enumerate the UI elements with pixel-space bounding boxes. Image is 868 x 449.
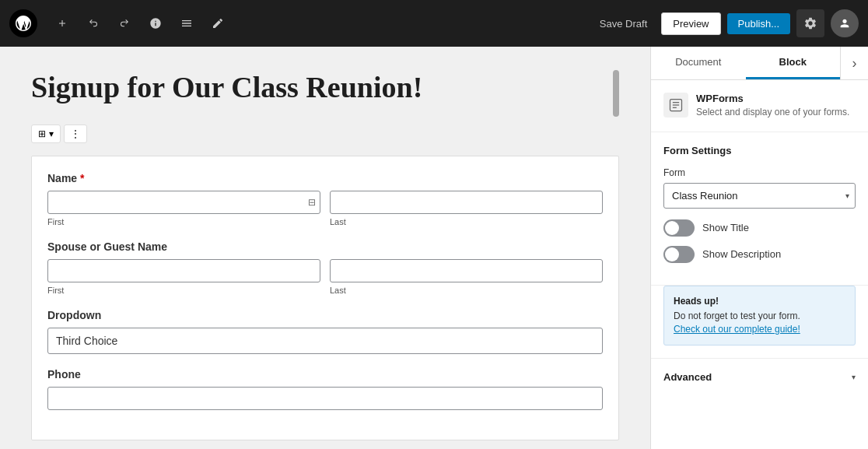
spouse-name-field: Spouse or Guest Name First Last — [47, 240, 603, 295]
page-title: Signup for Our Class Reunion! — [31, 70, 619, 106]
form-select[interactable]: Class Reunion — [663, 183, 856, 209]
required-indicator: * — [80, 172, 84, 184]
settings-button[interactable] — [796, 9, 824, 37]
sidebar-expand-arrow[interactable]: › — [840, 47, 868, 79]
name-field: Name * ⊟ First Last — [47, 172, 603, 226]
block-toolbar: ⊞ ▾ ⋮ — [31, 125, 619, 143]
heads-up-text: Do not forget to test your form. Check o… — [674, 310, 845, 336]
wpforms-block: ⊞ ▾ ⋮ Name * — [31, 125, 619, 440]
wp-logo[interactable] — [9, 9, 37, 37]
show-title-toggle[interactable] — [663, 219, 695, 237]
editor-area: Signup for Our Class Reunion! ⊞ ▾ ⋮ Name… — [0, 47, 650, 449]
last-name-label: Last — [330, 217, 603, 226]
form-settings-section: Form Settings Form Class Reunion ▾ Show … — [651, 132, 868, 286]
add-block-button[interactable] — [50, 11, 75, 36]
block-form-select-button[interactable]: ⊞ ▾ — [31, 125, 61, 143]
first-name-col: ⊟ First — [47, 191, 320, 226]
spouse-last-input[interactable] — [330, 259, 603, 282]
save-draft-button[interactable]: Save Draft — [592, 13, 655, 34]
tab-block[interactable]: Block — [746, 47, 841, 79]
spouse-first-label: First — [47, 286, 320, 295]
spouse-name-row: First Last — [47, 259, 603, 295]
advanced-title: Advanced — [663, 371, 712, 383]
tools-button[interactable] — [205, 11, 230, 36]
main-layout: Signup for Our Class Reunion! ⊞ ▾ ⋮ Name… — [0, 47, 868, 449]
dropdown-input[interactable] — [47, 328, 603, 354]
undo-button[interactable] — [81, 11, 106, 36]
calendar-icon: ⊟ — [308, 197, 316, 208]
spouse-name-label: Spouse or Guest Name — [47, 240, 603, 253]
block-toolbar-dropdown-arrow: ▾ — [49, 128, 54, 139]
advanced-collapse-arrow: ▾ — [852, 373, 856, 381]
dropdown-label: Dropdown — [47, 309, 603, 321]
toggle-knob — [665, 221, 679, 235]
first-name-label: First — [47, 217, 320, 226]
first-name-input-wrapper: ⊟ — [47, 191, 320, 214]
show-description-toggle[interactable] — [663, 246, 695, 263]
preview-button[interactable]: Preview — [661, 12, 720, 35]
spouse-last-label: Last — [330, 286, 603, 295]
show-description-label: Show Description — [702, 248, 781, 260]
sidebar-tabs: Document Block › — [651, 47, 868, 80]
scrollbar-thumb[interactable] — [613, 70, 619, 117]
tab-document[interactable]: Document — [651, 47, 746, 79]
advanced-section: Advanced ▾ — [651, 358, 868, 395]
phone-input[interactable] — [47, 387, 603, 410]
form-settings-title: Form Settings — [663, 145, 856, 156]
heads-up-title: Heads up! — [674, 296, 845, 307]
form-preview: Name * ⊟ First Last — [31, 156, 619, 440]
spouse-first-col: First — [47, 259, 320, 295]
publish-button[interactable]: Publish... — [727, 13, 790, 34]
spouse-first-input[interactable] — [47, 259, 320, 282]
sidebar: Document Block › WPForms Select and disp… — [650, 47, 868, 449]
phone-label: Phone — [47, 368, 603, 381]
block-name: WPForms — [696, 93, 849, 104]
show-title-label: Show Title — [702, 222, 749, 233]
block-more-options-button[interactable]: ⋮ — [64, 125, 87, 143]
info-button[interactable] — [143, 11, 168, 36]
form-field-label: Form — [663, 167, 856, 178]
name-row: ⊟ First Last — [47, 191, 603, 226]
first-name-input[interactable] — [47, 191, 320, 214]
dropdown-field: Dropdown — [47, 309, 603, 354]
heads-up-box: Heads up! Do not forget to test your for… — [663, 286, 856, 346]
toolbar: Save Draft Preview Publish... — [0, 0, 868, 47]
spouse-last-col: Last — [330, 259, 603, 295]
redo-button[interactable] — [112, 11, 137, 36]
phone-field: Phone — [47, 368, 603, 410]
block-info: WPForms Select and display one of your f… — [651, 80, 868, 132]
last-name-col: Last — [330, 191, 603, 226]
form-icon: ⊞ — [38, 128, 46, 139]
heads-up-link[interactable]: Check out our complete guide! — [674, 324, 800, 335]
toggle-knob-desc — [665, 247, 679, 261]
block-description: Select and display one of your forms. — [696, 106, 849, 119]
wpforms-block-icon — [663, 93, 688, 118]
list-view-button[interactable] — [174, 11, 199, 36]
more-options-icon: ⋮ — [71, 128, 80, 139]
show-description-toggle-row: Show Description — [663, 246, 856, 263]
advanced-header[interactable]: Advanced ▾ — [663, 371, 856, 383]
user-avatar[interactable] — [831, 9, 859, 37]
last-name-input[interactable] — [330, 191, 603, 214]
form-select-wrapper: Class Reunion ▾ — [663, 183, 856, 209]
show-title-toggle-row: Show Title — [663, 219, 856, 237]
name-label: Name * — [47, 172, 603, 184]
